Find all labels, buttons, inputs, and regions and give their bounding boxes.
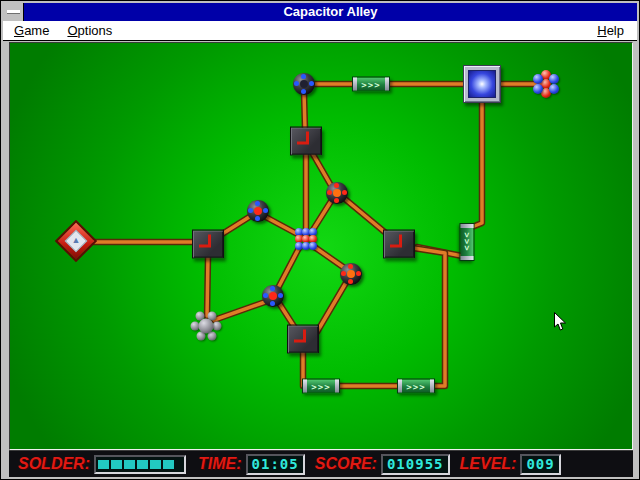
status-bar: SOLDER: TIME: 01:05 SCORE: 010955 LEVEL:… [9, 450, 633, 477]
time-display: 01:05 [246, 454, 305, 475]
solder-segment [150, 460, 161, 469]
menu-bar: Game Options Help [3, 21, 637, 41]
window-title: Capacitor Alley [24, 3, 637, 21]
mouse-cursor [554, 312, 567, 336]
title-bar[interactable]: Capacitor Alley [3, 3, 637, 21]
solder-segment [163, 460, 174, 469]
menu-item-game[interactable]: Game [5, 21, 58, 40]
solder-segment [111, 460, 122, 469]
menu-item-options[interactable]: Options [58, 21, 121, 40]
system-menu-button[interactable] [3, 3, 24, 21]
time-label: TIME: [198, 455, 242, 473]
solder-label: SOLDER: [18, 455, 90, 473]
score-display: 010955 [381, 454, 450, 475]
control-menu-icon [7, 10, 20, 14]
menu-item-help[interactable]: Help [588, 21, 633, 40]
app-window: Capacitor Alley Game Options Help ▲>>>>>… [0, 0, 640, 480]
solder-gauge [94, 455, 186, 474]
solder-segment [98, 460, 109, 469]
solder-segment [124, 460, 135, 469]
score-label: SCORE: [315, 455, 377, 473]
solder-segment [137, 460, 148, 469]
level-label: LEVEL: [460, 455, 517, 473]
game-board[interactable] [9, 42, 633, 450]
level-display: 009 [520, 454, 560, 475]
